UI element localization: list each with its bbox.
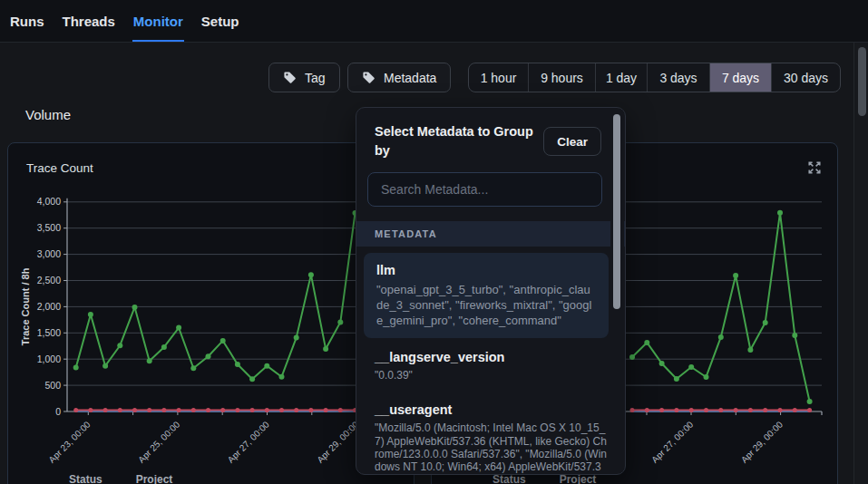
metadata-groupby-popover: Select Metadata to Group by Clear METADA… [356,107,626,475]
metadata-key: __useragent [375,402,607,417]
legend-project-label: Project [136,473,173,484]
popover-title: Select Metadata to Group by [375,122,543,160]
legend-status-label: Status [69,473,102,484]
svg-text:Apr 27, 00:00: Apr 27, 00:00 [226,419,272,465]
time-range-selector: 1 hour9 hours1 day3 days7 days30 days [468,63,841,92]
nav-tab-setup[interactable]: Setup [200,0,240,42]
metadata-values: "0.0.39" [375,369,607,382]
time-range-1-day[interactable]: 1 day [595,63,647,92]
time-range-3-days[interactable]: 3 days [647,63,709,92]
tag-icon [362,71,375,84]
metadata-values: "Mozilla/5.0 (Macintosh; Intel Mac OS X … [375,421,607,475]
metadata-item-langserve-version[interactable]: __langserve_version "0.0.39" [356,338,625,391]
svg-text:1,500: 1,500 [37,327,61,338]
top-nav: RunsThreadsMonitorSetup [0,0,868,43]
svg-text:3,000: 3,000 [37,248,61,259]
metadata-key: __langserve_version [375,350,607,364]
metadata-filter-button[interactable]: Metadata [347,63,451,92]
chart-title: Trace Count [26,161,93,175]
section-title-volume: Volume [25,107,71,122]
metadata-item-llm[interactable]: llm "openai_gpt_3_5_turbo", "anthropic_c… [364,253,609,338]
metadata-button-label: Metadata [384,71,436,85]
svg-text:1,000: 1,000 [37,353,61,364]
svg-text:2,000: 2,000 [37,301,61,312]
svg-text:4,000: 4,000 [37,196,61,207]
svg-text:Apr 29, 00:00: Apr 29, 00:00 [315,419,361,465]
metadata-section-header: METADATA [356,221,625,247]
expand-chart-icon[interactable] [806,160,823,176]
nav-tab-threads[interactable]: Threads [62,0,116,42]
metadata-item-useragent[interactable]: __useragent "Mozilla/5.0 (Macintosh; Int… [356,391,625,475]
svg-text:500: 500 [44,380,61,391]
time-range-9-hours[interactable]: 9 hours [528,63,595,92]
trace-count-chart: Apr 23, 00:00Apr 25, 00:00Apr 27, 00:00A… [8,143,415,484]
page-scrollbar-thumb[interactable] [858,47,866,116]
tag-icon [283,71,297,84]
page-scrollbar-track [853,43,868,484]
time-range-30-days[interactable]: 30 days [771,63,840,92]
clear-button[interactable]: Clear [543,127,601,156]
svg-text:3,500: 3,500 [37,222,61,233]
svg-text:Apr 29, 00:00: Apr 29, 00:00 [739,419,785,465]
svg-text:Apr 27, 00:00: Apr 27, 00:00 [649,419,696,465]
svg-text:2,500: 2,500 [37,275,61,286]
popover-scrollbar-track [610,109,624,473]
tag-button-label: Tag [305,71,326,85]
chart-legend-header: Status Project [8,473,414,484]
search-metadata-input[interactable] [367,172,602,207]
time-range-1-hour[interactable]: 1 hour [469,63,528,92]
svg-text:Apr 23, 00:00: Apr 23, 00:00 [46,419,93,465]
tag-filter-button[interactable]: Tag [268,63,340,92]
trace-count-panel: Apr 23, 00:00Apr 25, 00:00Apr 27, 00:00A… [7,142,414,484]
nav-tab-runs[interactable]: Runs [9,0,45,42]
svg-text:0: 0 [55,406,61,417]
popover-scrollbar-thumb[interactable] [613,114,620,309]
nav-tab-monitor[interactable]: Monitor [132,0,184,42]
time-range-7-days[interactable]: 7 days [709,63,771,92]
metadata-values: "openai_gpt_3_5_turbo", "anthropic_claud… [376,282,596,328]
metadata-key: llm [376,263,596,277]
svg-text:Trace Count / 8h: Trace Count / 8h [20,267,31,345]
svg-text:Apr 25, 00:00: Apr 25, 00:00 [136,419,182,465]
